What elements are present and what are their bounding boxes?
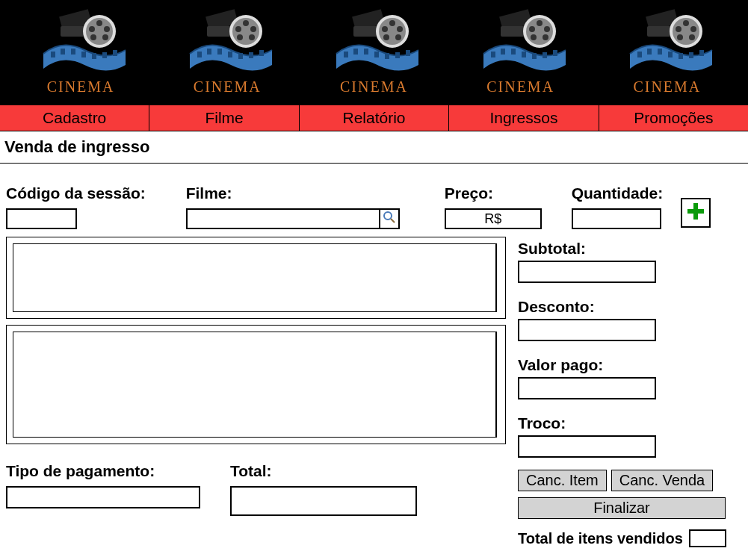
nav-relatorio[interactable]: Relatório	[300, 105, 449, 131]
svg-rect-83	[687, 209, 704, 214]
total-itens-input[interactable]	[689, 529, 726, 547]
canc-venda-button[interactable]: Canc. Venda	[611, 470, 714, 491]
svg-point-70	[689, 34, 695, 40]
scrollbar[interactable]	[496, 243, 505, 312]
svg-rect-73	[637, 52, 642, 57]
svg-rect-74	[647, 49, 652, 55]
svg-point-36	[389, 20, 395, 26]
svg-point-38	[395, 34, 401, 40]
nav-bar: Cadastro Filme Relatório Ingressos Promo…	[0, 105, 748, 131]
nav-ingressos[interactable]: Ingressos	[449, 105, 599, 131]
subtotal-label: Subtotal:	[518, 240, 742, 258]
cinema-logo-icon	[325, 9, 422, 72]
total-itens-label: Total de itens vendidos	[518, 530, 683, 547]
svg-point-69	[690, 26, 696, 32]
search-button[interactable]	[380, 208, 400, 229]
sessao-label: Código da sessão:	[6, 184, 146, 202]
preco-input[interactable]	[445, 208, 542, 229]
nav-cadastro[interactable]: Cadastro	[0, 105, 149, 131]
cinema-logo-icon	[619, 9, 716, 72]
svg-point-55	[531, 34, 537, 40]
svg-point-72	[676, 26, 681, 32]
desconto-label: Desconto:	[518, 298, 742, 316]
search-icon	[383, 211, 395, 226]
svg-rect-47	[406, 50, 410, 56]
svg-rect-10	[61, 49, 65, 55]
svg-rect-46	[395, 52, 400, 58]
svg-point-23	[237, 34, 243, 40]
svg-rect-63	[553, 50, 557, 56]
nav-filme[interactable]: Filme	[149, 105, 299, 131]
canc-item-button[interactable]: Canc. Item	[518, 470, 607, 491]
svg-point-52	[537, 20, 543, 26]
logo-block: CINEMA	[600, 9, 735, 96]
total-input[interactable]	[230, 486, 417, 516]
cinema-logo-icon	[32, 9, 129, 72]
svg-rect-44	[374, 52, 379, 57]
sessao-input[interactable]	[6, 208, 77, 229]
logo-block: CINEMA	[306, 9, 441, 96]
svg-point-20	[243, 20, 249, 26]
svg-point-24	[235, 26, 241, 32]
item-list-bottom[interactable]	[6, 325, 506, 444]
nav-promocoes[interactable]: Promoções	[599, 105, 748, 131]
svg-rect-9	[51, 52, 55, 57]
svg-point-21	[250, 26, 256, 32]
form-row: Código da sessão: Filme: Preço: Quantida…	[0, 164, 748, 237]
svg-point-7	[90, 34, 96, 40]
svg-rect-77	[679, 53, 683, 59]
svg-rect-15	[113, 50, 117, 56]
svg-rect-27	[217, 49, 222, 55]
tipo-pagamento-input[interactable]	[6, 486, 200, 508]
filme-label: Filme:	[186, 184, 400, 202]
list-inner	[13, 332, 496, 438]
svg-rect-25	[197, 52, 202, 57]
qtd-input[interactable]	[572, 208, 661, 229]
svg-rect-11	[71, 49, 75, 55]
svg-rect-41	[344, 52, 348, 57]
svg-rect-58	[501, 49, 505, 55]
subtotal-input[interactable]	[518, 261, 656, 283]
svg-rect-78	[689, 52, 693, 58]
qtd-label: Quantidade:	[572, 184, 664, 202]
svg-rect-14	[102, 52, 107, 58]
cinema-logo-icon	[472, 9, 569, 72]
logo-block: CINEMA	[454, 9, 588, 96]
item-list-top[interactable]	[6, 237, 506, 319]
logo-block: CINEMA	[160, 9, 294, 96]
payment-row: Tipo de pagamento: Total:	[6, 462, 506, 516]
svg-rect-13	[92, 53, 96, 59]
svg-rect-28	[228, 52, 232, 57]
desconto-input[interactable]	[518, 319, 656, 341]
left-column: Tipo de pagamento: Total:	[6, 237, 506, 547]
svg-point-80	[384, 212, 392, 220]
svg-rect-60	[522, 52, 526, 57]
list-inner	[13, 243, 496, 312]
svg-rect-12	[81, 52, 86, 57]
page-title: Venda de ingresso	[0, 131, 748, 164]
svg-rect-62	[543, 52, 547, 58]
svg-point-6	[102, 34, 108, 40]
cinema-logo-icon	[179, 9, 276, 72]
total-label: Total:	[230, 462, 417, 480]
valor-pago-input[interactable]	[518, 377, 656, 399]
svg-rect-31	[259, 50, 264, 56]
svg-point-40	[382, 26, 388, 32]
svg-rect-59	[511, 49, 516, 55]
svg-rect-29	[238, 53, 243, 59]
logo-label: CINEMA	[486, 78, 554, 96]
scrollbar[interactable]	[496, 332, 505, 438]
add-button[interactable]	[681, 198, 711, 228]
filme-input[interactable]	[186, 208, 380, 229]
plus-icon	[685, 201, 706, 225]
finalizar-button[interactable]: Finalizar	[518, 497, 726, 519]
svg-point-53	[544, 26, 550, 32]
svg-rect-26	[207, 49, 211, 55]
svg-line-81	[391, 219, 395, 223]
svg-rect-79	[699, 50, 704, 56]
svg-rect-76	[668, 52, 673, 57]
troco-input[interactable]	[518, 435, 656, 458]
svg-point-54	[543, 34, 548, 40]
svg-rect-42	[353, 49, 358, 55]
svg-point-37	[397, 26, 403, 32]
